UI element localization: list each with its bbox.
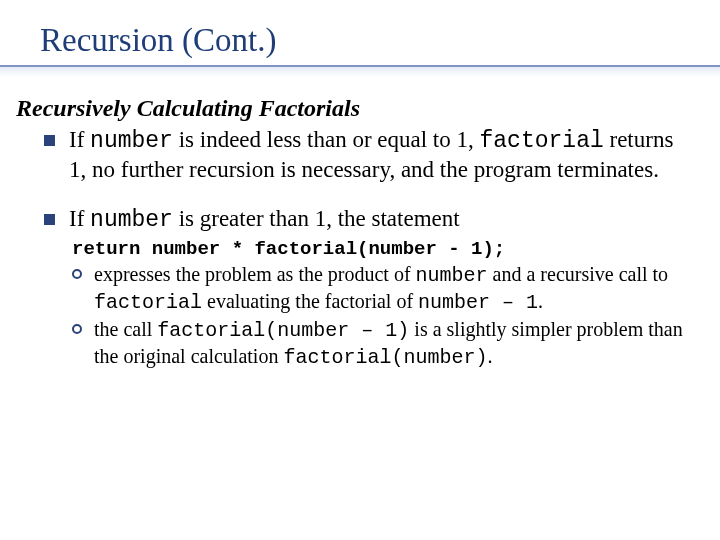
sub-bullet-text: the call factorial(number – 1) is a slig… xyxy=(94,317,690,370)
code-inline: number – 1 xyxy=(418,291,538,314)
code-inline: factorial(number – 1) xyxy=(157,319,409,342)
text: is indeed less than or equal to 1, xyxy=(173,127,480,152)
section-subhead: Recursively Calculating Factorials xyxy=(16,95,690,122)
square-bullet-icon xyxy=(44,135,55,146)
text: If xyxy=(69,127,90,152)
square-bullet-icon xyxy=(44,214,55,225)
code-line: return number * factorial(number - 1); xyxy=(72,238,690,260)
sub-bullet-text: expresses the problem as the product of … xyxy=(94,262,690,315)
circle-bullet-icon xyxy=(72,324,82,334)
text: is greater than 1, the statement xyxy=(173,206,460,231)
title-divider xyxy=(0,65,720,77)
text: If xyxy=(69,206,90,231)
text: evaluating the factorial of xyxy=(202,290,418,312)
sub-bullet-list: expresses the problem as the product of … xyxy=(72,262,690,370)
sub-bullet-item: the call factorial(number – 1) is a slig… xyxy=(72,317,690,370)
code-inline: factorial(number) xyxy=(283,346,487,369)
bullet-item: If number is indeed less than or equal t… xyxy=(44,126,690,185)
code-inline: number xyxy=(416,264,488,287)
bullet-item: If number is greater than 1, the stateme… xyxy=(44,205,690,235)
sub-bullet-item: expresses the problem as the product of … xyxy=(72,262,690,315)
text: expresses the problem as the product of xyxy=(94,263,416,285)
code-inline: number xyxy=(90,128,173,154)
bullet-text: If number is indeed less than or equal t… xyxy=(69,126,690,185)
code-inline: factorial xyxy=(94,291,202,314)
text: . xyxy=(487,345,492,367)
text: the call xyxy=(94,318,157,340)
code-inline: number xyxy=(90,207,173,233)
text: and a recursive call to xyxy=(488,263,668,285)
code-inline: factorial xyxy=(480,128,604,154)
text: . xyxy=(538,290,543,312)
slide: Recursion (Cont.) Recursively Calculatin… xyxy=(0,0,720,393)
circle-bullet-icon xyxy=(72,269,82,279)
bullet-text: If number is greater than 1, the stateme… xyxy=(69,205,460,235)
slide-title: Recursion (Cont.) xyxy=(40,22,690,59)
